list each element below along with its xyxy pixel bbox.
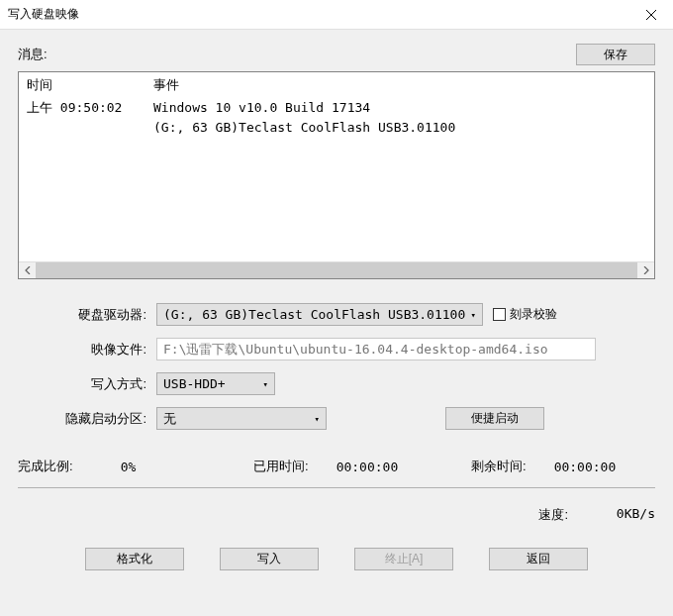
hidden-value: 无 <box>163 410 176 428</box>
back-button[interactable]: 返回 <box>489 548 588 570</box>
speed-label: 速度: <box>538 506 568 524</box>
log-event-cell: (G:, 63 GB)Teclast CoolFlash USB3.01100 <box>153 118 646 138</box>
scroll-left-arrow[interactable] <box>19 262 36 278</box>
method-row: 写入方式: USB-HDD+ ▾ <box>18 372 655 395</box>
button-row: 格式化 写入 终止[A] 返回 <box>18 548 655 570</box>
drive-label: 硬盘驱动器: <box>18 306 156 324</box>
log-box: 时间 上午 09:50:02 事件 Windows 10 v10.0 Build… <box>18 71 655 279</box>
image-row: 映像文件: F:\迅雷下载\Ubuntu\ubuntu-16.04.4-desk… <box>18 338 655 360</box>
log-event-header: 事件 <box>153 76 646 94</box>
form-area: 硬盘驱动器: (G:, 63 GB)Teclast CoolFlash USB3… <box>18 303 655 430</box>
ratio-value: 0% <box>121 460 137 474</box>
title-bar: 写入硬盘映像 <box>0 0 673 30</box>
log-time-header: 时间 <box>27 76 153 94</box>
drive-row: 硬盘驱动器: (G:, 63 GB)Teclast CoolFlash USB3… <box>18 303 655 326</box>
scroll-thumb[interactable] <box>36 262 637 278</box>
image-label: 映像文件: <box>18 341 156 359</box>
chevron-right-icon <box>643 266 649 274</box>
info-row: 消息: 保存 <box>18 44 655 65</box>
speed-row: 速度: 0KB/s <box>18 506 655 524</box>
drive-value: (G:, 63 GB)Teclast CoolFlash USB3.01100 <box>163 307 465 322</box>
remain-value: 00:00:00 <box>554 460 617 474</box>
log-scrollbar[interactable] <box>19 261 654 278</box>
close-icon <box>646 10 656 20</box>
save-button[interactable]: 保存 <box>576 44 655 65</box>
log-time-col: 时间 上午 09:50:02 <box>27 76 153 257</box>
quick-boot-button[interactable]: 便捷启动 <box>445 407 544 430</box>
window-title: 写入硬盘映像 <box>8 6 79 23</box>
log-time-cell: 上午 09:50:02 <box>27 98 153 118</box>
divider <box>18 487 655 488</box>
log-event-cell: Windows 10 v10.0 Build 17134 <box>153 98 646 118</box>
elapsed-label: 已用时间: <box>253 458 309 475</box>
remain-label: 剩余时间: <box>471 458 527 475</box>
verify-label: 刻录校验 <box>510 306 557 323</box>
verify-checkbox[interactable]: 刻录校验 <box>493 306 557 323</box>
progress-row: 完成比例: 0% 已用时间: 00:00:00 剩余时间: 00:00:00 <box>18 458 655 475</box>
write-button[interactable]: 写入 <box>220 548 319 570</box>
chevron-left-icon <box>25 266 31 274</box>
scroll-right-arrow[interactable] <box>637 262 654 278</box>
scroll-track[interactable] <box>36 262 637 278</box>
close-button[interactable] <box>628 0 673 30</box>
method-select[interactable]: USB-HDD+ ▾ <box>156 372 275 395</box>
abort-button: 终止[A] <box>354 548 453 570</box>
image-input[interactable]: F:\迅雷下载\Ubuntu\ubuntu-16.04.4-desktop-am… <box>156 338 596 360</box>
hidden-label: 隐藏启动分区: <box>18 410 156 428</box>
chevron-down-icon: ▾ <box>315 414 320 424</box>
hidden-select[interactable]: 无 ▾ <box>156 407 327 430</box>
checkbox-box <box>493 308 506 321</box>
format-button[interactable]: 格式化 <box>85 548 184 570</box>
content-area: 消息: 保存 时间 上午 09:50:02 事件 Windows 10 v10.… <box>0 30 673 616</box>
chevron-down-icon: ▾ <box>471 310 476 320</box>
chevron-down-icon: ▾ <box>263 379 268 389</box>
info-label: 消息: <box>18 46 48 63</box>
method-value: USB-HDD+ <box>163 376 226 391</box>
log-content: 时间 上午 09:50:02 事件 Windows 10 v10.0 Build… <box>19 72 654 261</box>
ratio-label: 完成比例: <box>18 458 73 475</box>
image-value: F:\迅雷下载\Ubuntu\ubuntu-16.04.4-desktop-am… <box>163 341 548 359</box>
drive-select[interactable]: (G:, 63 GB)Teclast CoolFlash USB3.01100 … <box>156 303 483 326</box>
elapsed-value: 00:00:00 <box>336 460 399 474</box>
method-label: 写入方式: <box>18 375 156 393</box>
speed-value: 0KB/s <box>598 506 655 524</box>
log-event-col: 事件 Windows 10 v10.0 Build 17134 (G:, 63 … <box>153 76 646 257</box>
hidden-row: 隐藏启动分区: 无 ▾ 便捷启动 <box>18 407 655 430</box>
